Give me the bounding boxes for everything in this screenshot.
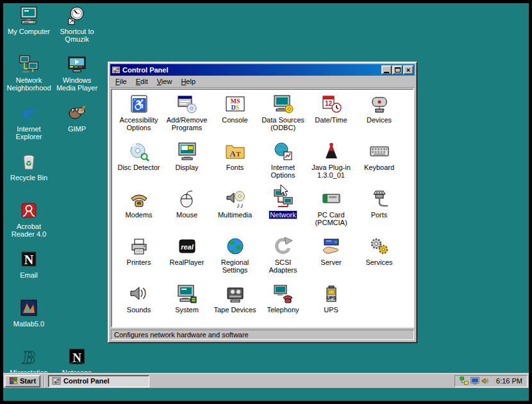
cp-item-devices[interactable]: Devices <box>355 92 403 139</box>
desktop-icon-label: Email <box>20 271 38 279</box>
cp-item-accessibility-options[interactable]: ♿Accessibility Options <box>115 92 163 139</box>
status-text: Configures network hardware and software <box>111 330 414 340</box>
minimize-button[interactable] <box>381 65 392 74</box>
cp-item-realplayer[interactable]: realRealPlayer <box>163 234 211 282</box>
pc-card-icon <box>321 189 342 209</box>
cp-item-scsi-adapters[interactable]: SCSI Adapters <box>259 234 307 282</box>
titlebar[interactable]: Control Panel × <box>110 64 415 76</box>
control-panel-item-grid: ♿Accessibility OptionsAdd/Remove Program… <box>111 88 414 328</box>
cp-item-label: RealPlayer <box>169 258 205 266</box>
menu-bar: FileEditViewHelp <box>110 76 415 88</box>
menu-help[interactable]: Help <box>176 76 200 87</box>
display-settings-icon[interactable] <box>470 376 479 385</box>
cp-item-network[interactable]: Network <box>259 187 307 234</box>
cp-item-label: Date/Time <box>314 116 347 124</box>
cp-item-sounds[interactable]: ♪Sounds <box>115 282 163 328</box>
svg-text:♪♪: ♪♪ <box>237 201 244 209</box>
server-icon <box>321 236 342 257</box>
svg-text:UPS: UPS <box>326 296 336 300</box>
cp-item-printers[interactable]: Printers <box>115 234 163 282</box>
cp-item-telephony[interactable]: Telephony <box>259 282 307 328</box>
desktop-icon-shortcut-to-qmuzik[interactable]: Shortcut to Qmuzik <box>54 5 100 43</box>
desktop-icon-matlab5-0[interactable]: Matlab5.0 <box>6 298 52 328</box>
svg-text:♪: ♪ <box>144 287 147 294</box>
cp-item-keyboard[interactable]: Keyboard <box>355 139 403 187</box>
microstation-icon: B <box>19 346 39 367</box>
console-icon: MSDS <box>225 94 245 114</box>
cp-item-pc-card-pcmcia[interactable]: PC Card (PCMCIA) <box>307 187 355 234</box>
cp-item-mouse[interactable]: Mouse <box>163 187 211 234</box>
date-time-icon: 12 <box>321 94 342 114</box>
desktop-icon-label: Windows Media Player <box>54 76 100 92</box>
cp-item-disc-detector[interactable]: Disc Detector <box>115 139 163 187</box>
cp-item-system[interactable]: System <box>163 282 211 328</box>
media-player-icon <box>67 54 87 74</box>
volume-icon[interactable] <box>481 376 490 385</box>
svg-text:e: e <box>24 103 32 122</box>
email-icon: N <box>19 249 39 269</box>
accessibility-icon: ♿ <box>129 94 149 114</box>
desktop-icon-my-computer[interactable]: My Computer <box>6 5 52 35</box>
desktop-icon-acrobat-reader-4-0[interactable]: Acrobat Reader 4.0 <box>6 200 52 238</box>
disc-detector-icon <box>129 141 149 162</box>
menu-edit[interactable]: Edit <box>131 76 153 87</box>
modems-icon <box>129 189 149 209</box>
desktop-icon-windows-media-player[interactable]: Windows Media Player <box>54 54 100 92</box>
desktop-icon-internet-explorer[interactable]: eInternet Explorer <box>6 103 52 140</box>
cp-item-add-remove-programs[interactable]: Add/Remove Programs <box>163 92 211 139</box>
cp-item-server[interactable]: Server <box>307 234 355 282</box>
cp-item-tape-devices[interactable]: Tape Devices <box>211 282 259 328</box>
desktop-icon-gimp[interactable]: GIMP <box>54 103 100 133</box>
cp-item-label: Mouse <box>176 211 198 219</box>
my-computer-icon <box>19 5 39 26</box>
cp-item-label: Sounds <box>126 306 151 314</box>
maximize-button[interactable] <box>392 65 403 74</box>
cp-item-ups[interactable]: UPSUPS <box>307 282 355 328</box>
system-tray: 6:16 PM <box>454 375 528 387</box>
cp-item-multimedia[interactable]: ♪♪Multimedia <box>211 187 259 234</box>
cp-item-label: Disc Detector <box>117 164 160 171</box>
svg-text:N: N <box>24 253 34 267</box>
cp-item-modems[interactable]: Modems <box>115 187 163 234</box>
matlab-icon <box>19 298 39 318</box>
cp-item-date-time[interactable]: 12Date/Time <box>307 92 355 139</box>
start-button[interactable]: Start <box>4 375 40 387</box>
svg-text:B: B <box>22 346 35 367</box>
cp-item-internet-options[interactable]: Internet Options <box>259 139 307 187</box>
keyboard-icon <box>369 141 390 162</box>
cp-item-label: Tape Devices <box>213 306 256 314</box>
tape-icon <box>225 283 245 304</box>
acrobat-icon <box>19 200 39 221</box>
cp-item-java-plug-in-1-3-0-01[interactable]: Java Plug-in 1.3.0_01 <box>307 139 355 187</box>
menu-view[interactable]: View <box>153 76 177 87</box>
cp-item-services[interactable]: Services <box>355 234 403 282</box>
desktop-icon-email[interactable]: NEmail <box>6 249 52 279</box>
fonts-icon: AT <box>225 141 245 162</box>
desktop-icon-label: GIMP <box>68 125 86 133</box>
cp-item-ports[interactable]: Ports <box>355 187 403 234</box>
cp-item-label: Java Plug-in 1.3.0_01 <box>308 164 355 179</box>
internet-explorer-icon: e <box>19 103 39 123</box>
cp-item-label: Display <box>174 164 199 171</box>
desktop-icon-netscape[interactable]: NNetscape <box>54 346 100 376</box>
cp-item-display[interactable]: Display <box>163 139 211 187</box>
control-panel-icon <box>52 376 61 385</box>
windows-logo-icon <box>9 376 18 385</box>
svg-text:♻: ♻ <box>26 160 32 167</box>
menu-file[interactable]: File <box>111 76 131 87</box>
desktop-icon-recycle-bin[interactable]: ♻Recycle Bin <box>6 151 52 181</box>
network-status-icon[interactable] <box>460 376 469 385</box>
desktop-icon-microstation[interactable]: BMicrostation <box>6 346 52 376</box>
cp-item-label: Telephony <box>266 306 299 314</box>
svg-text:real: real <box>181 243 194 251</box>
taskbar-task-control-panel[interactable]: Control Panel <box>48 375 149 387</box>
cp-item-fonts[interactable]: ATFonts <box>211 139 259 187</box>
desktop-icon-label: Matlab5.0 <box>13 320 44 328</box>
cp-item-console[interactable]: MSDSConsole <box>211 92 259 139</box>
close-button[interactable]: × <box>403 65 413 74</box>
cp-item-data-sources-odbc[interactable]: Data Sources (ODBC) <box>259 92 307 139</box>
desktop-icon-network-neighborhood[interactable]: Network Neighborhood <box>6 54 52 92</box>
cp-item-label: Modems <box>124 211 153 219</box>
taskbar-clock: 6:16 PM <box>496 377 522 385</box>
cp-item-regional-settings[interactable]: Regional Settings <box>211 234 259 282</box>
